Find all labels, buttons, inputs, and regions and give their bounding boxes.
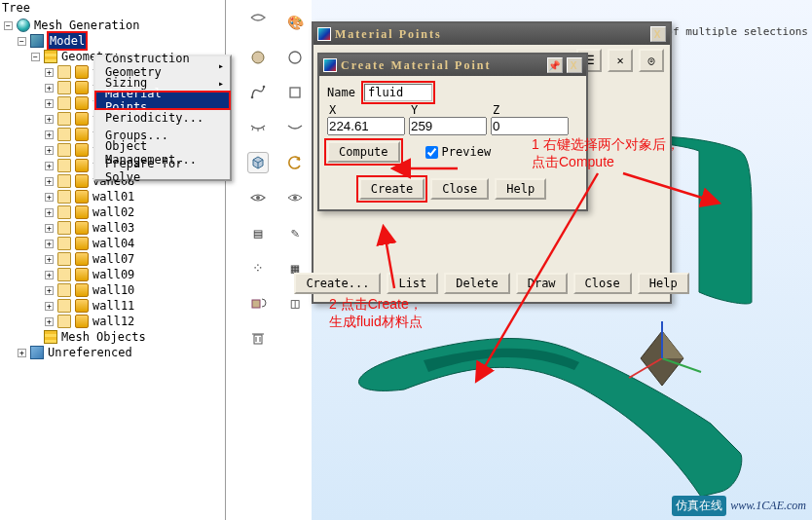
circle-tool-icon[interactable] <box>284 47 306 68</box>
tree-label-item: wall10 <box>92 282 134 298</box>
close-icon[interactable]: X <box>650 26 666 42</box>
delete-button[interactable]: Delete <box>444 273 509 294</box>
folder-icon <box>57 159 71 172</box>
tree-row[interactable]: +wall11 <box>4 298 225 314</box>
tree-label-unref: Unreferenced <box>48 345 132 360</box>
watermark: 仿真在线 www.1CAE.com <box>672 496 806 516</box>
part-icon <box>75 315 89 328</box>
expander-icon[interactable]: + <box>45 68 54 77</box>
y-input[interactable] <box>409 117 487 135</box>
context-menu-item[interactable]: Prepare for Solve <box>95 162 230 179</box>
create-button[interactable]: Create... <box>294 273 381 294</box>
tree-row[interactable]: +wall04 <box>4 236 225 251</box>
expander-icon[interactable]: − <box>31 53 40 61</box>
unreferenced-icon <box>30 346 44 359</box>
square-tool-icon[interactable] <box>284 82 306 103</box>
svg-rect-8 <box>254 335 262 344</box>
expander-icon[interactable]: + <box>18 349 26 357</box>
expander-icon[interactable]: + <box>45 130 54 139</box>
context-menu-item[interactable]: Periodicity... <box>95 109 230 127</box>
shape-rotate-icon[interactable] <box>247 292 269 314</box>
tree-row[interactable]: +wall12 <box>4 314 225 329</box>
x-input[interactable] <box>327 117 405 135</box>
tree-row-root[interactable]: − Mesh Generation <box>4 18 225 33</box>
tree-label-item: wall09 <box>92 267 134 282</box>
path-icon[interactable] <box>247 82 269 103</box>
expander-icon[interactable]: + <box>45 177 54 186</box>
eye-open-icon[interactable] <box>284 187 306 208</box>
context-menu-item[interactable]: Material Points... <box>95 92 230 109</box>
nodes-icon[interactable]: ⁘ <box>247 257 269 279</box>
expander-icon[interactable]: + <box>45 193 54 202</box>
close-icon[interactable]: X <box>567 57 582 73</box>
cube-select-icon[interactable] <box>247 152 269 173</box>
pin-icon[interactable]: 📌 <box>547 57 563 73</box>
expander-icon[interactable]: − <box>18 37 26 46</box>
palette-icon[interactable]: 🎨 <box>284 12 306 33</box>
expander-icon[interactable]: + <box>45 146 54 155</box>
close-button[interactable]: Close <box>430 178 489 200</box>
tree-row-meshobjects[interactable]: Mesh Objects <box>4 329 225 345</box>
expander-icon[interactable]: + <box>45 99 54 108</box>
folder-icon <box>57 315 71 328</box>
expander-icon[interactable]: + <box>45 240 54 248</box>
draw-button[interactable]: Draw <box>516 273 568 294</box>
select-overlay-icon[interactable]: ▤ <box>247 222 269 243</box>
compute-button[interactable]: Compute <box>327 141 400 163</box>
expander-icon[interactable]: − <box>4 21 13 30</box>
trash-icon[interactable] <box>247 327 269 349</box>
help-button[interactable]: Help <box>638 273 689 294</box>
expander-icon[interactable]: + <box>45 286 54 295</box>
target-icon[interactable]: ◎ <box>639 49 664 72</box>
expander-icon[interactable]: + <box>45 271 54 279</box>
svg-point-1 <box>251 96 254 99</box>
svg-point-12 <box>289 52 301 63</box>
folder-icon <box>57 205 71 219</box>
expander-icon[interactable]: + <box>45 208 54 217</box>
tree-row[interactable]: +wall02 <box>4 204 225 220</box>
sphere-icon[interactable] <box>247 47 269 68</box>
part-icon <box>75 174 89 188</box>
part-icon <box>75 159 89 172</box>
eye-open-icon[interactable] <box>247 187 269 208</box>
watermark-stamp: 仿真在线 <box>672 496 726 516</box>
tree-row[interactable]: +wall03 <box>4 220 225 236</box>
context-menu-item[interactable]: Construction Geometry <box>95 56 230 74</box>
preview-checkbox[interactable] <box>425 146 438 159</box>
undo-icon[interactable] <box>284 152 306 173</box>
z-input[interactable] <box>491 117 569 135</box>
expander-icon[interactable]: + <box>45 317 54 326</box>
part-icon <box>75 205 89 219</box>
eye-closed-icon[interactable] <box>284 117 306 138</box>
create-button[interactable]: Create <box>359 178 424 200</box>
spline-icon[interactable] <box>247 12 269 33</box>
expander-icon[interactable]: + <box>45 162 54 170</box>
create-material-point-dialog: Create Material Point 📌 X Name X Y Z Com… <box>317 53 588 211</box>
delete-icon[interactable]: ✕ <box>608 49 633 72</box>
tree-row[interactable]: +wall10 <box>4 282 225 298</box>
svg-point-14 <box>293 196 297 200</box>
folder-icon <box>57 81 71 94</box>
folder-icon <box>57 221 71 235</box>
edit-tool-icon[interactable]: ✎ <box>284 222 306 243</box>
titlebar[interactable]: Material Points X <box>314 23 670 45</box>
tree-row[interactable]: +wall01 <box>4 189 225 204</box>
eye-closed-icon[interactable] <box>247 117 269 138</box>
folder-icon <box>57 283 71 297</box>
tree-row[interactable]: +wall09 <box>4 267 225 282</box>
part-icon <box>75 190 89 204</box>
tree-row-model[interactable]: − Model <box>4 33 225 49</box>
list-button[interactable]: List <box>387 273 438 294</box>
expander-icon[interactable]: + <box>45 302 54 311</box>
tree-row-unref[interactable]: + Unreferenced <box>4 345 225 360</box>
titlebar[interactable]: Create Material Point 📌 X <box>319 55 586 76</box>
select-icon[interactable]: ◫ <box>284 292 306 314</box>
expander-icon[interactable]: + <box>45 224 54 233</box>
close-button[interactable]: Close <box>573 273 632 294</box>
name-input[interactable] <box>364 84 432 101</box>
tree-row[interactable]: +wall07 <box>4 251 225 267</box>
help-button[interactable]: Help <box>495 178 546 200</box>
expander-icon[interactable]: + <box>45 115 54 124</box>
expander-icon[interactable]: + <box>45 84 54 93</box>
expander-icon[interactable]: + <box>45 255 54 264</box>
